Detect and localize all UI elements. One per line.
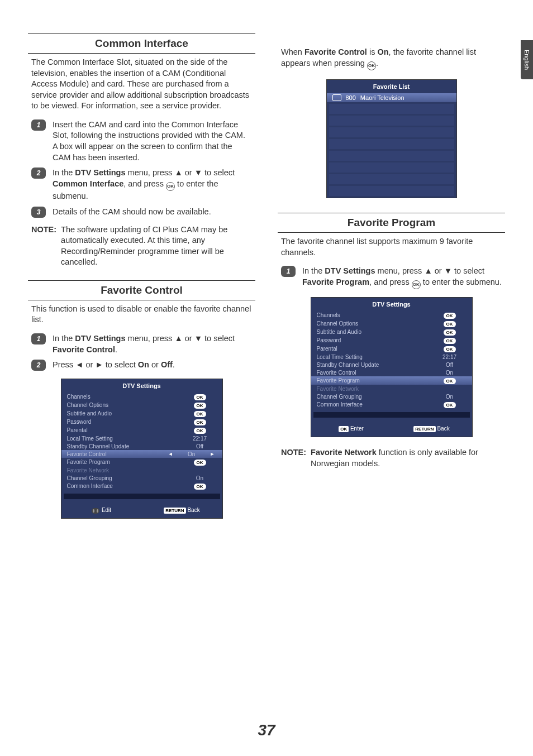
tv-icon bbox=[332, 94, 341, 101]
ok-icon: OK bbox=[367, 61, 376, 70]
menu-row: Common InterfaceOK bbox=[61, 482, 222, 490]
menu-row: Subtitle and AudioOK bbox=[61, 409, 222, 418]
favorite-when-text: When Favorite Control is On, the favorit… bbox=[278, 34, 505, 76]
menu-row-value: Off bbox=[183, 443, 217, 449]
step-badge-1: 1 bbox=[281, 266, 296, 277]
favorite-program-intro: The favorite channel list supports maxim… bbox=[278, 233, 505, 264]
menu-row-label: Favorite Program bbox=[317, 377, 433, 384]
menu-row-label: Channel Options bbox=[67, 402, 183, 408]
menu-row: Favorite Control◄On► bbox=[61, 450, 222, 458]
channel-name: Maori Television bbox=[360, 94, 404, 101]
menu-row: ChannelsOK bbox=[311, 311, 472, 319]
menu-row-label: Channel Grouping bbox=[67, 475, 183, 481]
menu-row: PasswordOK bbox=[311, 336, 472, 344]
menu-row-label: Channels bbox=[317, 312, 433, 318]
menu-row: PasswordOK bbox=[61, 418, 222, 426]
favorite-network-note: NOTE: Favorite Network function is only … bbox=[278, 443, 505, 471]
menu-row-value: On bbox=[433, 394, 467, 400]
section-common-interface: Common Interface bbox=[28, 34, 255, 54]
menu-row-label: Subtitle and Audio bbox=[317, 329, 433, 335]
menu-row-value: OK bbox=[433, 401, 467, 408]
note-text: Favorite Network function is only availa… bbox=[311, 447, 502, 469]
channel-number: 800 bbox=[346, 94, 356, 101]
note-text: The software updating of CI Plus CAM may… bbox=[61, 224, 252, 268]
favorite-list-empty bbox=[329, 162, 454, 173]
fc-step-1: 1 In the DTV Settings menu, press ▲ or ▼… bbox=[28, 331, 255, 357]
menu-row: Favorite ProgramOK bbox=[61, 458, 222, 466]
menu-row-label: Favorite Program bbox=[67, 459, 183, 465]
fc-step-2: 2 Press ◄ or ► to select On or Off. bbox=[28, 357, 255, 373]
ok-pill: OK bbox=[444, 338, 456, 344]
favorite-list-panel: Favorite List 800 Maori Television bbox=[326, 79, 457, 198]
menu-row-label: Channel Grouping bbox=[317, 394, 433, 400]
menu-row-value: OK bbox=[183, 419, 217, 425]
menu-row-value: 22:17 bbox=[183, 436, 217, 442]
menu-row-value: 22:17 bbox=[433, 354, 467, 360]
menu-row: Channel OptionsOK bbox=[311, 319, 472, 328]
menu-row-value: OK bbox=[183, 483, 217, 490]
ok-pill: OK bbox=[194, 484, 206, 490]
menu-row-value: OK bbox=[183, 394, 217, 400]
menu-row: ParentalOK bbox=[61, 426, 222, 434]
ok-pill: OK bbox=[194, 411, 206, 417]
menu-row-label: Common Interface bbox=[317, 401, 433, 408]
favorite-list-empty bbox=[329, 116, 454, 126]
favorite-list-empty bbox=[329, 127, 454, 137]
fc-step-2-text: Press ◄ or ► to select On or Off. bbox=[53, 360, 252, 371]
menu-row-value: OK bbox=[433, 337, 467, 344]
step-badge-1: 1 bbox=[31, 333, 46, 344]
heading-common-interface: Common Interface bbox=[28, 34, 255, 53]
ok-pill: OK bbox=[444, 378, 456, 384]
menu-row-value: OK bbox=[183, 402, 217, 409]
note-label: NOTE: bbox=[281, 447, 306, 469]
panel2-title: DTV Settings bbox=[311, 298, 472, 311]
menu-row-label: Favorite Control bbox=[67, 451, 166, 457]
menu-row-value: OK bbox=[183, 410, 217, 417]
ci-note: NOTE: The software updating of CI Plus C… bbox=[28, 220, 255, 270]
menu-row: Channel GroupingOn bbox=[311, 393, 472, 400]
menu-row: Favorite Network bbox=[61, 466, 222, 474]
menu-row-label: Favorite Control bbox=[317, 370, 433, 376]
menu-row: Channel OptionsOK bbox=[61, 401, 222, 409]
return-pill: RETURN bbox=[164, 508, 185, 514]
menu-row: Favorite ProgramOK bbox=[311, 376, 472, 385]
menu-row-label: Favorite Network bbox=[317, 386, 433, 392]
page-content: Common Interface The Common Interface Sl… bbox=[0, 0, 533, 524]
menu-row-label: Local Time Setting bbox=[67, 436, 183, 442]
favorite-list-empty bbox=[329, 104, 454, 114]
ci-step-2: 2 In the DTV Settings menu, press ▲ or ▼… bbox=[28, 165, 255, 204]
menu-row-label: Local Time Setting bbox=[317, 354, 433, 360]
arrow-right-icon: ► bbox=[208, 451, 217, 457]
panel-divider bbox=[64, 494, 220, 499]
ci-step-1: 1 Insert the CAM and card into the Commo… bbox=[28, 117, 255, 165]
favorite-list-empty bbox=[329, 186, 454, 196]
menu-row-label: Parental bbox=[67, 427, 183, 433]
favorite-list-empty bbox=[329, 139, 454, 149]
arrow-left-icon: ◄ bbox=[166, 451, 175, 457]
menu-row-label: Standby Channel Update bbox=[67, 443, 183, 449]
ok-pill: OK bbox=[194, 419, 206, 425]
menu-row: Favorite ControlOn bbox=[311, 369, 472, 376]
fp-step-1-text: In the DTV Settings menu, press ▲ or ▼ t… bbox=[302, 266, 502, 289]
ok-pill: OK bbox=[444, 402, 456, 408]
menu-row: Favorite Network bbox=[311, 385, 472, 393]
favorite-list-empty bbox=[329, 151, 454, 161]
menu-row-label: Channel Options bbox=[317, 320, 433, 327]
menu-row: ChannelsOK bbox=[61, 393, 222, 401]
note-label: NOTE: bbox=[31, 224, 56, 268]
favorite-list-title: Favorite List bbox=[327, 80, 456, 93]
ok-pill: OK bbox=[194, 428, 206, 434]
ci-step-1-text: Insert the CAM and card into the Common … bbox=[53, 119, 252, 163]
menu-row-value: OK bbox=[183, 459, 217, 466]
menu-row-label: Channels bbox=[67, 394, 183, 400]
menu-row-label: Favorite Network bbox=[67, 467, 183, 473]
menu-row-label: Parental bbox=[317, 346, 433, 352]
left-column: Common Interface The Common Interface Sl… bbox=[28, 34, 255, 524]
dtv-settings-panel-2: DTV Settings ChannelsOKChannel OptionsOK… bbox=[311, 297, 473, 437]
menu-row-value: OK bbox=[183, 427, 217, 434]
menu-row: Subtitle and AudioOK bbox=[311, 328, 472, 336]
menu-row: Standby Channel UpdateOff bbox=[61, 442, 222, 450]
ok-pill: OK bbox=[444, 313, 456, 319]
step-badge-2: 2 bbox=[31, 168, 46, 179]
ok-icon: OK bbox=[412, 280, 421, 289]
